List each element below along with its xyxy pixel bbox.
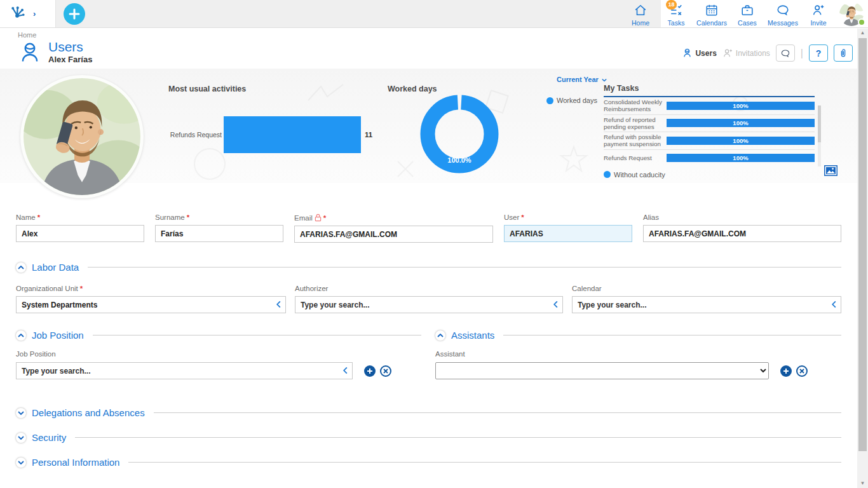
nav-item-home[interactable]: Home xyxy=(625,1,656,27)
vertical-scrollbar[interactable]: ▲ ▼ xyxy=(857,29,868,488)
org-unit-input[interactable] xyxy=(16,296,286,313)
app-logo-icon[interactable] xyxy=(8,4,27,24)
create-new-button[interactable] xyxy=(64,3,85,25)
section-divider xyxy=(93,335,421,336)
tab-invitations[interactable]: Invitations xyxy=(722,48,770,58)
profile-photo[interactable] xyxy=(20,75,144,198)
collapse-icon[interactable] xyxy=(16,330,26,341)
activities-bar-label: Refunds Request xyxy=(168,131,222,139)
nav-item-invite[interactable]: Invite xyxy=(803,1,834,27)
chevron-down-icon xyxy=(602,78,607,82)
page-title: Users xyxy=(48,39,92,55)
task-row: Consolidated Weekly Reimbursements 100% xyxy=(604,97,815,115)
section-divider xyxy=(503,335,841,336)
divider: | xyxy=(801,48,803,59)
labor-fields-row: Organizational Unit* Authorizer Calendar xyxy=(16,285,841,313)
authorizer-input[interactable] xyxy=(295,296,563,313)
remove-assistant-button[interactable] xyxy=(796,365,808,377)
attachments-button[interactable] xyxy=(834,44,853,62)
task-progress-bar[interactable]: 100% xyxy=(667,102,815,110)
section-security: Security xyxy=(16,432,841,443)
field-calendar: Calendar xyxy=(572,285,841,313)
identity-fields-row: Name* Surname* Email * User* xyxy=(16,214,841,243)
my-tasks-title: My Tasks xyxy=(604,84,815,97)
chevron-left-icon[interactable] xyxy=(343,367,348,374)
task-progress-bar[interactable]: 100% xyxy=(667,137,815,145)
nav-item-cases[interactable]: Cases xyxy=(732,1,763,27)
nav-label: Tasks xyxy=(661,19,691,27)
nav-label: Invite xyxy=(803,19,834,27)
tab-users[interactable]: Users xyxy=(682,48,716,58)
title-actions: Users Invitations | ? xyxy=(682,44,853,62)
task-label: Refunds Request xyxy=(604,153,667,163)
tasks-scrollbar[interactable] xyxy=(818,105,821,166)
remove-job-position-button[interactable] xyxy=(380,365,391,377)
authorizer-label: Authorizer xyxy=(295,285,563,292)
name-input[interactable] xyxy=(16,225,144,242)
collapse-icon[interactable] xyxy=(16,262,26,273)
alias-label: Alias xyxy=(643,214,841,221)
assistant-select[interactable] xyxy=(435,362,769,379)
invite-user-icon xyxy=(811,3,825,17)
sidebar-expand-icon[interactable]: › xyxy=(33,9,36,18)
activities-bar[interactable] xyxy=(224,116,361,153)
task-row: Refunds Request 100% xyxy=(604,150,815,166)
section-divider xyxy=(154,412,841,413)
scroll-up-arrow[interactable]: ▲ xyxy=(857,29,868,37)
expand-icon[interactable] xyxy=(16,458,26,468)
online-status-dot xyxy=(858,18,865,26)
alias-input[interactable] xyxy=(643,225,841,242)
period-label: Current Year xyxy=(557,76,599,83)
surname-input[interactable] xyxy=(155,225,283,242)
calendar-input[interactable] xyxy=(572,296,841,313)
scrollbar-thumb[interactable] xyxy=(858,38,867,451)
nav-item-messages[interactable]: Messages xyxy=(768,1,798,27)
scroll-down-arrow[interactable]: ▼ xyxy=(857,479,868,488)
user-input[interactable] xyxy=(504,225,632,242)
help-button[interactable]: ? xyxy=(809,44,828,62)
section-title: Labor Data xyxy=(32,262,79,273)
chevron-left-icon[interactable] xyxy=(553,301,558,308)
tasks-legend-label: Without caducity xyxy=(614,171,665,179)
period-selector[interactable]: Current Year xyxy=(557,76,607,83)
plus-icon xyxy=(69,8,80,20)
expand-icon[interactable] xyxy=(16,408,26,418)
collapse-icon[interactable] xyxy=(435,330,445,341)
add-job-position-button[interactable] xyxy=(364,365,376,377)
worked-days-donut[interactable]: 100.0% xyxy=(419,94,499,174)
field-org-unit: Organizational Unit* xyxy=(16,285,286,313)
invitations-icon xyxy=(722,48,733,58)
email-input[interactable] xyxy=(294,226,493,243)
nav-label: Calendars xyxy=(696,19,727,27)
task-progress-bar[interactable]: 100% xyxy=(667,154,815,162)
job-assistant-row: Job Position Job Position xyxy=(16,330,841,379)
activities-chart: Most usual activities Refunds Request 11 xyxy=(168,85,378,153)
lock-icon xyxy=(315,214,322,222)
calendar-label: Calendar xyxy=(572,285,841,292)
section-assistants: Assistants xyxy=(435,330,841,341)
task-progress-bar[interactable]: 100% xyxy=(667,119,815,127)
section-title: Security xyxy=(32,432,66,443)
activities-bar-value: 11 xyxy=(365,131,372,139)
change-banner-image-button[interactable] xyxy=(824,165,837,176)
surname-label: Surname* xyxy=(155,214,283,221)
chevron-left-icon[interactable] xyxy=(832,301,836,308)
expand-icon[interactable] xyxy=(16,433,26,443)
job-position-input[interactable] xyxy=(16,362,353,379)
nav-label: Messages xyxy=(768,19,798,27)
doodle-star xyxy=(559,145,588,174)
main-nav: Home 18 Tasks Calendars xyxy=(625,1,834,27)
comments-button[interactable] xyxy=(776,44,795,62)
chevron-left-icon[interactable] xyxy=(276,301,281,308)
required-marker: * xyxy=(187,214,189,221)
close-icon xyxy=(383,369,388,374)
breadcrumb[interactable]: Home xyxy=(18,31,868,39)
job-position-column: Job Position Job Position xyxy=(16,330,421,379)
section-title: Personal Information xyxy=(32,457,119,468)
nav-item-tasks[interactable]: 18 Tasks xyxy=(661,1,691,27)
logo-area: › xyxy=(0,0,56,27)
plus-icon xyxy=(367,368,373,374)
add-assistant-button[interactable] xyxy=(780,365,792,377)
image-icon xyxy=(824,165,837,176)
nav-item-calendars[interactable]: Calendars xyxy=(696,1,727,27)
